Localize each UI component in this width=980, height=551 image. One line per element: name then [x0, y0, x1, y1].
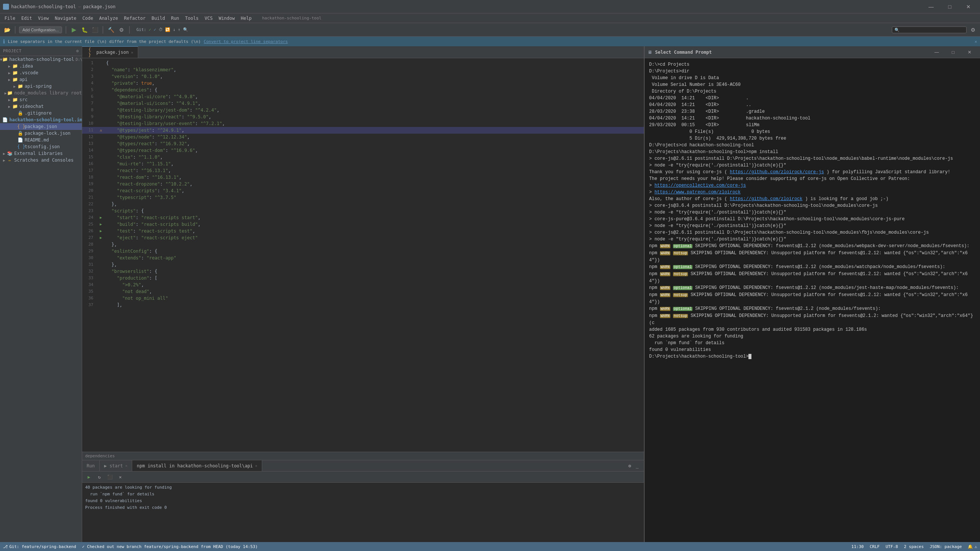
menu-edit[interactable]: Edit [18, 15, 35, 22]
bottom-minimize-icon[interactable]: _ [633, 462, 641, 470]
app-name-title: hackathon-schooling-tool [11, 4, 76, 10]
tab-npm-close[interactable]: ✕ [255, 464, 257, 468]
code-line-2: 2 "name": "klassenzimmer", [82, 67, 644, 73]
tree-item-root[interactable]: ▼ 📁 hackathon-schooling-tool D:\Projects [0, 56, 82, 63]
tree-item-readme[interactable]: ▶ 📄 README.md [0, 137, 82, 143]
menu-code[interactable]: Code [80, 15, 96, 22]
tree-item-node-modules[interactable]: ▶ 📁 node_modules library root [0, 90, 82, 96]
tree-item-vscode[interactable]: ▶ 📁 .vscode [0, 70, 82, 76]
maximize-button[interactable]: □ [941, 2, 958, 12]
status-file-type[interactable]: JSON: package [929, 544, 962, 549]
stop-button[interactable]: ⬛ [91, 26, 99, 34]
tree-item-tsconfig[interactable]: ▶ { } tsconfig.json [0, 143, 82, 150]
code-line-10: 10 "@testing-library/user-event": "^7.2.… [82, 120, 644, 127]
notification-close-icon[interactable]: ✕ [974, 39, 977, 44]
run-arrow-25[interactable]: ▶ [100, 221, 102, 228]
tab-run[interactable]: Run [82, 460, 100, 471]
tree-label-node-modules: node_modules library root [14, 91, 82, 95]
menu-navigate[interactable]: Navigate [52, 15, 80, 22]
tab-close-package-json[interactable]: ✕ [131, 51, 133, 54]
warn-badge-7: WARN [660, 307, 670, 311]
terminal-maximize-button[interactable]: □ [946, 48, 961, 57]
tab-start-close[interactable]: ✕ [125, 464, 127, 468]
tab-package-json[interactable]: { } package.json ✕ [82, 46, 138, 58]
tree-item-external-libraries[interactable]: ▶ 📚 External Libraries [0, 150, 82, 157]
patreon-link[interactable]: https://www.patreon.com/zloirock [654, 190, 740, 195]
menu-window[interactable]: Window [215, 15, 237, 22]
zloirock-link[interactable]: https://github.com/zloirock [730, 196, 802, 202]
code-editor[interactable]: 1 { 2 "name": "klassenzimmer", 3 "versio… [82, 58, 644, 452]
bottom-settings-icon[interactable]: ⚙ [626, 462, 633, 470]
menu-tools[interactable]: Tools [182, 15, 202, 22]
status-git-branch[interactable]: ⎇ Git: feature/spring-backend [3, 544, 76, 549]
code-line-9: 9 "@testing-library/react": "^9.5.0", [82, 113, 644, 120]
cog-icon[interactable]: ⚙ [76, 49, 79, 53]
warn-badge-2: WARN [660, 251, 670, 255]
tree-item-api[interactable]: ▶ 📁 api [0, 76, 82, 83]
run-arrow-27[interactable]: ▶ [100, 235, 102, 241]
close-icon[interactable]: ✕ [116, 473, 124, 481]
notification-link[interactable]: Convert to project line separators [204, 39, 288, 44]
settings-button[interactable]: ⚙ [117, 26, 126, 34]
status-line-col[interactable]: 11:30 [851, 544, 864, 549]
terminal-minimize-button[interactable]: — [929, 48, 944, 57]
bottom-content[interactable]: 40 packages are looking for funding run … [82, 483, 644, 542]
opencollective-link[interactable]: https://opencollective.com/core-js [654, 183, 746, 188]
menu-run[interactable]: Run [168, 15, 182, 22]
tab-npm-install[interactable]: npm install in hackathon-schooling-tool\… [132, 460, 262, 471]
tree-item-src[interactable]: ▶ 📁 src [0, 96, 82, 103]
tree-label-api-spring: api-spring [25, 84, 51, 89]
package-lock-file-icon: 🔒 [17, 131, 23, 136]
menu-vcs[interactable]: VCS [202, 15, 216, 22]
menu-help[interactable]: Help [238, 15, 255, 22]
run-arrow-24[interactable]: ▶ [100, 214, 102, 221]
minimize-button[interactable]: — [923, 2, 940, 12]
code-line-1: 1 { [82, 60, 644, 67]
gear-icon[interactable]: ⚙ [969, 26, 977, 34]
run-icon[interactable]: ▶ [85, 473, 92, 481]
tree-item-iml[interactable]: ▶ 📄 hackathon-schooling-tool.iml [0, 116, 82, 123]
tree-item-package-json[interactable]: ▶ { } package.json [0, 123, 82, 130]
build-button[interactable]: 🔨 [107, 26, 115, 34]
menu-view[interactable]: View [35, 15, 52, 22]
run-arrow-26[interactable]: ▶ [100, 228, 102, 235]
code-line-23: 23 "scripts": { [82, 208, 644, 214]
tree-label-root: hackathon-schooling-tool [10, 57, 74, 62]
status-encoding[interactable]: UTF-8 [886, 544, 898, 549]
status-indent[interactable]: 2 spaces [904, 544, 924, 549]
run-button[interactable]: ▶ [70, 26, 78, 34]
terminal-close-button[interactable]: ✕ [962, 48, 977, 57]
terminal-content[interactable]: D:\>cd Projects D:\Projects>dir Volume i… [644, 58, 980, 542]
tree-item-api-spring[interactable]: ▶ 📁 api-spring [0, 83, 82, 90]
menu-refactor[interactable]: Refactor [121, 15, 149, 22]
menu-file[interactable]: File [2, 15, 18, 22]
core-js-link[interactable]: https://github.com/zloirock/core-js [730, 170, 824, 175]
toolbar-open-btn[interactable]: 📂 [3, 26, 11, 34]
menu-analyze[interactable]: Analyze [96, 15, 121, 22]
file-panel-icons: ⚙ [76, 49, 79, 53]
tree-item-videochat[interactable]: ▶ 📁 videochat [0, 103, 82, 110]
status-bar: ⎇ Git: feature/spring-backend ✓ Checked … [0, 542, 980, 551]
add-configuration-button[interactable]: Add Configuration... [19, 27, 62, 33]
tree-item-idea[interactable]: ▶ 📁 .idea [0, 63, 82, 70]
status-line-ending[interactable]: CRLF [870, 544, 880, 549]
app-icon [3, 4, 9, 10]
notification-text: Line separators in the current file (\n)… [8, 39, 201, 44]
term-line-30: Also, the author of core-js ( https://gi… [649, 195, 975, 202]
tree-item-package-lock[interactable]: ▶ 🔒 package-lock.json [0, 130, 82, 137]
bottom-tabs: Run ▶ start ✕ npm install in hackathon-s… [82, 460, 644, 472]
folder-icon-videochat: 📁 [12, 104, 18, 109]
main-content: Project ⚙ ▼ 📁 hackathon-schooling-tool D… [0, 46, 980, 542]
rerun-icon[interactable]: ↻ [95, 473, 103, 481]
stop-icon[interactable]: ⬛ [106, 473, 113, 481]
bottom-line-1: 40 packages are looking for funding [85, 484, 641, 491]
close-button[interactable]: ✕ [960, 2, 977, 12]
tab-start[interactable]: ▶ start ✕ [100, 460, 133, 471]
debug-button[interactable]: 🐛 [80, 26, 89, 34]
term-line-14: 0 File(s) 0 bytes [649, 129, 975, 135]
menu-build[interactable]: Build [149, 15, 168, 22]
tree-item-scratches[interactable]: ▶ ✏ Scratches and Consoles [0, 157, 82, 164]
tree-item-gitignore[interactable]: ▶ 🔒 .gitignore [0, 110, 82, 116]
toolbar-search-input[interactable] [892, 27, 967, 33]
warn-badge-5: WARN [660, 286, 670, 290]
